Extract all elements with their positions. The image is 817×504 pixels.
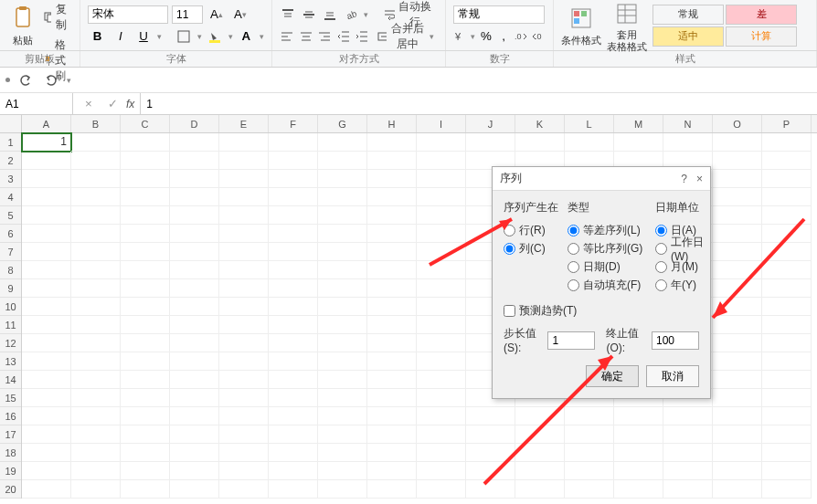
- stop-value-input[interactable]: [652, 331, 699, 350]
- cell[interactable]: [269, 170, 318, 188]
- decrease-font-icon[interactable]: A▾: [230, 5, 250, 25]
- cell[interactable]: [219, 316, 269, 334]
- cell[interactable]: [22, 480, 71, 499]
- cell[interactable]: [219, 279, 269, 298]
- cell[interactable]: [367, 206, 417, 225]
- cell[interactable]: [121, 170, 170, 188]
- cell[interactable]: [121, 188, 170, 206]
- col-header[interactable]: O: [713, 115, 762, 132]
- cell[interactable]: [367, 279, 417, 298]
- cell[interactable]: [318, 462, 367, 480]
- cell[interactable]: [269, 425, 318, 444]
- cell[interactable]: [614, 462, 663, 480]
- cell[interactable]: [417, 243, 466, 261]
- cell[interactable]: [417, 279, 466, 298]
- dialog-titlebar[interactable]: 序列 ? ×: [493, 167, 710, 191]
- cell[interactable]: [713, 206, 762, 225]
- col-header[interactable]: A: [22, 115, 71, 132]
- cell[interactable]: [269, 225, 318, 243]
- col-header[interactable]: K: [515, 115, 565, 132]
- row-header[interactable]: 2: [0, 152, 21, 170]
- merge-center-button[interactable]: 合并后居中▾: [374, 19, 438, 54]
- cell[interactable]: [417, 316, 466, 334]
- cell[interactable]: [22, 352, 71, 371]
- cell[interactable]: [417, 188, 466, 206]
- cell[interactable]: [71, 152, 121, 170]
- cell[interactable]: [417, 152, 466, 170]
- cell[interactable]: [22, 261, 71, 279]
- cell[interactable]: [71, 225, 121, 243]
- cell[interactable]: [367, 371, 417, 389]
- cell[interactable]: [367, 298, 417, 316]
- cell[interactable]: [170, 133, 219, 152]
- align-top-icon[interactable]: [280, 5, 297, 25]
- cell[interactable]: [121, 261, 170, 279]
- cell[interactable]: [318, 444, 367, 462]
- cell[interactable]: [762, 316, 812, 334]
- cell[interactable]: [318, 334, 367, 352]
- cell[interactable]: [219, 152, 269, 170]
- cell[interactable]: [219, 407, 269, 425]
- cell[interactable]: [762, 407, 812, 425]
- cell[interactable]: [713, 352, 762, 371]
- cell[interactable]: [22, 206, 71, 225]
- cell[interactable]: [417, 133, 466, 152]
- cell[interactable]: [762, 206, 812, 225]
- cell[interactable]: [219, 334, 269, 352]
- cell[interactable]: [318, 188, 367, 206]
- cell[interactable]: [71, 298, 121, 316]
- cell[interactable]: [762, 389, 812, 407]
- row-header[interactable]: 10: [0, 298, 21, 316]
- cell[interactable]: [318, 133, 367, 152]
- col-header[interactable]: M: [614, 115, 663, 132]
- cell[interactable]: [22, 170, 71, 188]
- underline-button[interactable]: U: [133, 26, 153, 47]
- cell[interactable]: [762, 425, 812, 444]
- cell[interactable]: [71, 316, 121, 334]
- cell[interactable]: [713, 480, 762, 499]
- cell[interactable]: [762, 371, 812, 389]
- cell[interactable]: [170, 152, 219, 170]
- cell[interactable]: [22, 188, 71, 206]
- cell[interactable]: [318, 407, 367, 425]
- cell[interactable]: [367, 480, 417, 499]
- cell[interactable]: [170, 206, 219, 225]
- cell[interactable]: [367, 407, 417, 425]
- cancel-edit-icon[interactable]: ×: [79, 94, 99, 114]
- style-bad[interactable]: 差: [726, 5, 797, 25]
- cell[interactable]: [22, 152, 71, 170]
- row-header[interactable]: 3: [0, 170, 21, 188]
- cell[interactable]: [269, 334, 318, 352]
- cell[interactable]: [318, 480, 367, 499]
- cell[interactable]: [417, 425, 466, 444]
- cell[interactable]: [762, 298, 812, 316]
- cell[interactable]: [269, 243, 318, 261]
- cell[interactable]: [367, 425, 417, 444]
- cell[interactable]: [515, 462, 565, 480]
- cell[interactable]: [762, 480, 812, 499]
- align-left-icon[interactable]: [280, 26, 295, 47]
- cell[interactable]: [269, 152, 318, 170]
- cell[interactable]: [417, 334, 466, 352]
- cell[interactable]: [663, 444, 713, 462]
- cell[interactable]: [269, 371, 318, 389]
- cell[interactable]: [762, 462, 812, 480]
- cell[interactable]: [417, 225, 466, 243]
- cell[interactable]: [71, 444, 121, 462]
- decrease-decimal-icon[interactable]: .0: [532, 26, 546, 47]
- cell[interactable]: [565, 425, 614, 444]
- cell[interactable]: [219, 243, 269, 261]
- cell[interactable]: [71, 480, 121, 499]
- cell[interactable]: [219, 425, 269, 444]
- cell[interactable]: [318, 371, 367, 389]
- cell[interactable]: [565, 133, 614, 152]
- cell[interactable]: [121, 316, 170, 334]
- cell[interactable]: [565, 407, 614, 425]
- font-name-combo[interactable]: [88, 5, 168, 24]
- cell[interactable]: [121, 279, 170, 298]
- cell[interactable]: [318, 279, 367, 298]
- cell[interactable]: [22, 462, 71, 480]
- row-header[interactable]: 14: [0, 371, 21, 389]
- row-header[interactable]: 4: [0, 188, 21, 206]
- cell[interactable]: [269, 206, 318, 225]
